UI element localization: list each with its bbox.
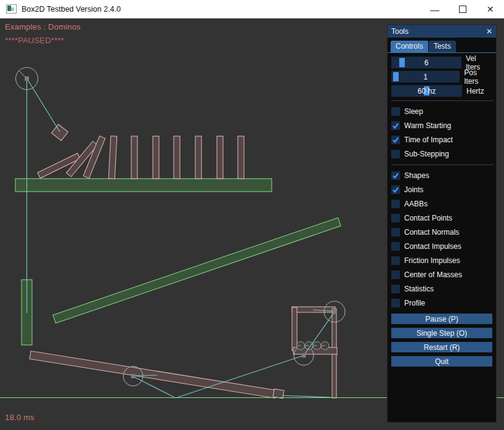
checkbox-box[interactable] <box>391 214 400 222</box>
example-title: Examples : Dominos <box>5 22 81 31</box>
maximize-icon <box>459 6 466 13</box>
standing-domino-7 <box>238 136 244 179</box>
slider-label: Hertz <box>466 87 484 95</box>
separator <box>391 164 494 165</box>
maximize-button[interactable] <box>449 0 476 18</box>
tab-tests[interactable]: Tests <box>429 41 456 52</box>
checkbox-label: Contact Points <box>404 214 452 222</box>
checkbox-sub-stepping[interactable]: Sub-Stepping <box>391 147 492 161</box>
checkbox-box[interactable] <box>391 107 400 116</box>
checkbox-label: Sub-Stepping <box>404 150 449 158</box>
slider-value: 1 <box>391 71 460 83</box>
pause-p-button[interactable]: Pause (P) <box>391 314 492 324</box>
checkbox-label: Joints <box>404 185 423 194</box>
checkbox-label: Contact Normals <box>404 228 459 237</box>
checkbox-center-of-masses[interactable]: Center of Masses <box>391 267 492 282</box>
wheel-at-stand-top-anchor <box>333 310 337 314</box>
checkbox-box[interactable] <box>391 200 400 208</box>
checkbox-label: Statistics <box>404 285 434 293</box>
joint-ground-segment <box>282 396 331 397</box>
checkbox-box[interactable] <box>391 285 400 293</box>
separator <box>391 100 494 101</box>
quit-button[interactable]: Quit <box>391 356 492 367</box>
checkbox-profile[interactable]: Profile <box>391 296 492 310</box>
checkbox-time-of-impact[interactable]: Time of Impact <box>391 132 492 147</box>
close-button[interactable]: ✕ <box>476 0 504 18</box>
tab-controls[interactable]: Controls <box>391 41 428 52</box>
wheel-on-floor-plank-anchor <box>131 374 136 378</box>
checkbox-label: Shapes <box>404 171 429 180</box>
tools-panel: Tools ✕ ControlsTests 6Vel Iters1Pos Ite… <box>387 25 497 423</box>
checkbox-label: Sleep <box>404 107 423 116</box>
pulley-wheel-top-left-anchor <box>25 76 29 81</box>
close-icon: ✕ <box>487 4 494 14</box>
window-title: Box2D Testbed Version 2.4.0 <box>22 5 121 14</box>
checkbox-sleep[interactable]: Sleep <box>391 104 492 118</box>
tools-panel-title: Tools <box>391 27 408 36</box>
slider-value: 60 hz <box>391 85 462 97</box>
standing-domino-6 <box>217 136 223 179</box>
joint-pendulum <box>27 79 60 132</box>
minimize-button[interactable]: — <box>421 0 449 18</box>
standing-domino-1 <box>108 136 117 179</box>
checkbox-label: Time of Impact <box>404 136 453 144</box>
checkbox-shapes[interactable]: Shapes <box>391 168 492 182</box>
frame-time: 18.0 ms <box>5 413 35 422</box>
tools-panel-titlebar[interactable]: Tools ✕ <box>388 25 496 38</box>
button-column: Pause (P)Single Step (O)Restart (R)Quit <box>391 314 492 367</box>
window-titlebar: Box2D Testbed Version 2.4.0 — ✕ <box>0 0 504 18</box>
standing-domino-2 <box>131 136 137 179</box>
plank-tip-block <box>273 389 284 398</box>
domino-shelf <box>15 179 272 192</box>
standing-domino-4 <box>174 136 180 179</box>
checkmark-icon <box>391 136 400 144</box>
checkbox-box[interactable] <box>391 150 400 158</box>
checkbox-contact-impulses[interactable]: Contact Impulses <box>391 239 492 253</box>
paused-indicator: ****PAUSED**** <box>5 36 64 45</box>
checkbox-label: Warm Starting <box>404 121 451 130</box>
checkbox-label: Center of Masses <box>404 270 462 279</box>
tools-tab-bar: ControlsTests <box>388 38 496 53</box>
app-icon <box>6 4 17 14</box>
checkbox-box[interactable] <box>391 228 400 237</box>
checkbox-contact-normals[interactable]: Contact Normals <box>391 225 492 239</box>
checkbox-box[interactable] <box>391 256 400 265</box>
checkbox-box[interactable] <box>391 185 400 194</box>
restart-r-button[interactable]: Restart (R) <box>391 342 492 352</box>
checkbox-statistics[interactable]: Statistics <box>391 282 492 296</box>
slider-row-vel-iters: 6Vel Iters <box>391 57 492 68</box>
slider-value: 6 <box>391 57 461 68</box>
standing-domino-5 <box>195 136 201 179</box>
checkbox-groups: SleepWarm StartingTime of ImpactSub-Step… <box>391 100 492 310</box>
slider-label: Pos Iters <box>464 68 492 86</box>
checkbox-contact-points[interactable]: Contact Points <box>391 211 492 225</box>
checkmark-icon <box>391 121 400 130</box>
checkbox-joints[interactable]: Joints <box>391 182 492 197</box>
checkbox-box[interactable] <box>391 270 400 279</box>
tools-close-icon[interactable]: ✕ <box>486 27 492 36</box>
slider-track[interactable]: 6 <box>391 57 461 68</box>
checkbox-box[interactable] <box>391 242 400 251</box>
checkbox-box[interactable] <box>391 136 400 144</box>
checkbox-label: AABBs <box>404 200 428 208</box>
standing-domino-3 <box>153 136 159 179</box>
checkbox-label: Profile <box>404 299 425 307</box>
checkbox-warm-starting[interactable]: Warm Starting <box>391 118 492 132</box>
checkbox-box[interactable] <box>391 121 400 130</box>
slider-group: 6Vel Iters1Pos Iters60 hzHertz <box>391 57 492 97</box>
slider-track[interactable]: 1 <box>391 71 460 83</box>
checkmark-icon <box>391 185 400 194</box>
checkbox-aabbs[interactable]: AABBs <box>391 197 492 211</box>
checkmark-icon <box>391 171 400 180</box>
pendulum-box <box>52 124 68 140</box>
checkbox-label: Friction Impulses <box>404 256 460 265</box>
checkbox-friction-impulses[interactable]: Friction Impulses <box>391 253 492 267</box>
slider-track[interactable]: 60 hz <box>391 85 462 97</box>
checkbox-box[interactable] <box>391 171 400 180</box>
slider-row-hertz: 60 hzHertz <box>391 85 492 97</box>
tilted-floor-plank <box>30 351 276 399</box>
checkbox-box[interactable] <box>391 299 400 307</box>
checkbox-label: Contact Impulses <box>404 242 461 251</box>
slider-row-pos-iters: 1Pos Iters <box>391 71 492 83</box>
single-step-o-button[interactable]: Single Step (O) <box>391 328 492 338</box>
